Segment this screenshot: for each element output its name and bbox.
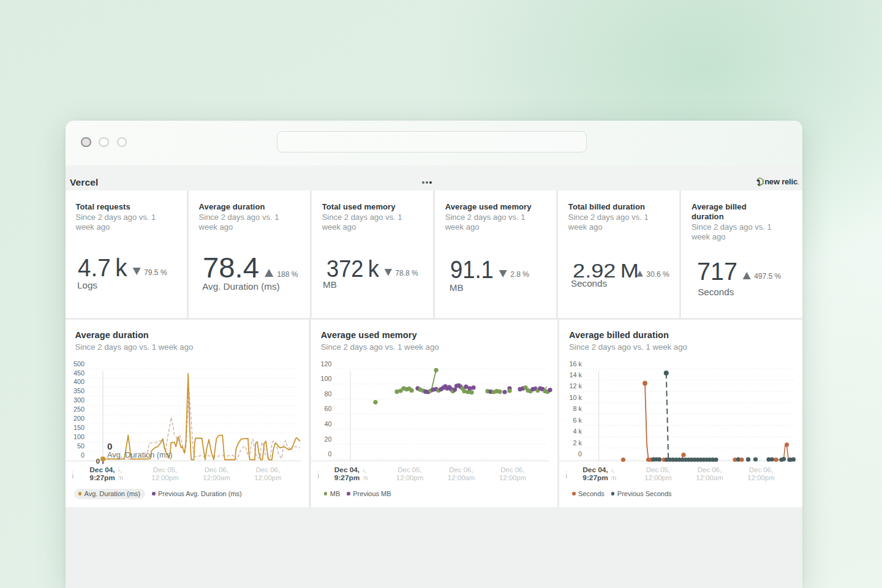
- svg-text:Dec 06,: Dec 06,: [500, 466, 524, 473]
- svg-text:,: ,: [71, 466, 73, 473]
- svg-text:12:00pm: 12:00pm: [747, 473, 774, 481]
- svg-text:200: 200: [73, 415, 84, 422]
- svg-text:150: 150: [73, 424, 84, 431]
- svg-text:9:27pm: 9:27pm: [89, 473, 115, 481]
- svg-text:20: 20: [324, 435, 331, 442]
- svg-text:0: 0: [578, 450, 582, 458]
- svg-text:250: 250: [73, 405, 84, 413]
- svg-text:12:00am: 12:00am: [696, 473, 723, 481]
- svg-text:40: 40: [324, 420, 331, 428]
- svg-text:0: 0: [328, 450, 331, 458]
- svg-text:14 k: 14 k: [570, 371, 582, 379]
- svg-text:450: 450: [73, 369, 84, 376]
- svg-text:50: 50: [77, 442, 84, 450]
- svg-text:80: 80: [324, 390, 331, 397]
- svg-text:4 k: 4 k: [573, 428, 582, 435]
- svg-text:6 k: 6 k: [573, 416, 582, 423]
- svg-text:12:00pm: 12:00pm: [644, 473, 671, 481]
- svg-text:0: 0: [107, 440, 112, 451]
- svg-text:,: ,: [317, 466, 318, 473]
- svg-text:120: 120: [320, 360, 331, 367]
- svg-text:12 k: 12 k: [570, 382, 582, 390]
- svg-text:2 k: 2 k: [573, 439, 582, 446]
- svg-text:100: 100: [73, 433, 84, 440]
- svg-text:10 k: 10 k: [570, 393, 582, 401]
- svg-text:300: 300: [73, 396, 84, 404]
- svg-text:16 k: 16 k: [570, 360, 582, 367]
- svg-text:Dec 06,: Dec 06,: [749, 466, 773, 473]
- svg-text:12:00pm: 12:00pm: [396, 473, 423, 481]
- svg-text:60: 60: [324, 405, 331, 412]
- svg-text:0: 0: [80, 451, 84, 459]
- svg-text:12:00pm: 12:00pm: [151, 473, 178, 481]
- svg-text:350: 350: [73, 387, 84, 394]
- svg-text:8 k: 8 k: [573, 405, 582, 412]
- svg-text:Dec 06,: Dec 06,: [204, 466, 228, 473]
- svg-text:9:27pm: 9:27pm: [582, 473, 608, 481]
- svg-text:Avg. Duration (ms): Avg. Duration (ms): [107, 450, 172, 459]
- svg-text:Dec 06,: Dec 06,: [255, 466, 279, 473]
- svg-text:12:00am: 12:00am: [448, 473, 475, 481]
- svg-text:9:27pm: 9:27pm: [334, 473, 360, 481]
- svg-text:,: ,: [565, 466, 567, 473]
- svg-text:100: 100: [320, 375, 331, 382]
- svg-text:Dec 05,: Dec 05,: [646, 466, 670, 473]
- svg-text:12:00pm: 12:00pm: [499, 473, 526, 481]
- svg-text:12:00pm: 12:00pm: [254, 473, 281, 481]
- svg-text:Dec 06,: Dec 06,: [698, 466, 722, 473]
- svg-text:Dec 05,: Dec 05,: [398, 466, 421, 473]
- svg-text:400: 400: [73, 378, 84, 385]
- svg-text:0: 0: [96, 456, 100, 465]
- svg-text:Dec 06,: Dec 06,: [449, 466, 473, 473]
- svg-text:12:00am: 12:00am: [203, 473, 230, 481]
- svg-text:Dec 05,: Dec 05,: [153, 466, 176, 473]
- svg-text:500: 500: [73, 360, 84, 367]
